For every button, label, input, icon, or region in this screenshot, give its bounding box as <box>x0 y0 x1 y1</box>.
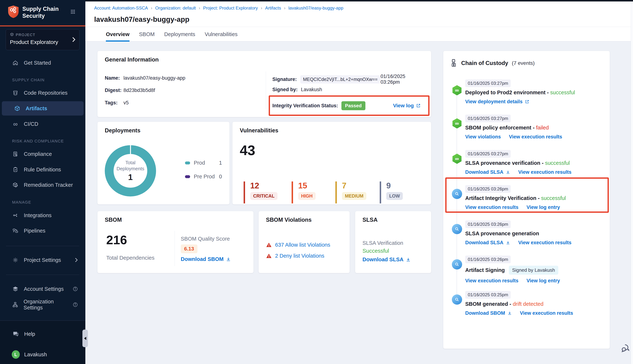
breadcrumb-artifacts[interactable]: Artifacts <box>265 6 281 10</box>
allow-list-violations-link[interactable]: 637 Allow list Violations <box>275 242 330 248</box>
sidebar-item-account-settings[interactable]: Account Settings <box>0 282 85 296</box>
sbom-quality-score: 6.13 <box>181 244 198 253</box>
sidebar-item-project-settings[interactable]: Project Settings <box>0 253 85 267</box>
view-execution-results-link[interactable]: View execution results <box>509 134 562 140</box>
view-log-entry-link[interactable]: View log entry <box>526 204 560 210</box>
view-log-entry-link[interactable]: View log entry <box>526 278 560 284</box>
download-slsa-link[interactable]: Download SLSA <box>362 256 411 262</box>
severity-low: 9 LOW <box>380 182 403 204</box>
event-status: successful <box>545 160 570 166</box>
layers-icon <box>12 286 19 292</box>
event-timestamp: 01/16/2025 03:27pm <box>465 150 511 158</box>
breadcrumb-project[interactable]: Project: Product Exploratory <box>203 6 258 10</box>
download-icon <box>506 240 510 245</box>
chain-event: 01/16/2025 03:26pm SLSA provenance gener… <box>465 220 606 246</box>
tab-deployments[interactable]: Deployments <box>164 27 195 42</box>
digest-label: Digest: <box>105 88 124 93</box>
signed-by-badge: Signed by Lavakush <box>509 266 558 275</box>
tab-overview[interactable]: Overview <box>106 27 130 42</box>
chat-support-icon[interactable] <box>620 343 631 354</box>
brand-accent-bar <box>0 26 85 26</box>
brand: Supply Chain Security <box>8 5 58 20</box>
scan-event-icon <box>452 259 462 270</box>
download-icon <box>226 257 231 262</box>
sbom-total: 216 <box>106 233 127 247</box>
sidebar-section-risk: RISK AND COMPLIANCE <box>12 139 64 144</box>
integrations-icon <box>12 212 19 218</box>
download-slsa-link[interactable]: Download SLSA <box>465 169 510 175</box>
tags-label: Tags: <box>105 100 124 106</box>
external-link-icon <box>416 103 421 108</box>
sidebar-item-compliance[interactable]: Compliance <box>0 147 85 161</box>
project-box-icon <box>10 32 14 37</box>
card-title: SBOM Violations <box>266 216 312 223</box>
slsa-verification-status: Successful <box>362 248 389 254</box>
deny-list-violations-link[interactable]: 2 Deny list Violations <box>275 253 324 259</box>
column-divider <box>266 72 266 109</box>
chain-event: 01/16/2025 03:26pm Artifact Integrity Ve… <box>465 185 606 210</box>
view-violations-link[interactable]: View violations <box>465 134 501 140</box>
sidebar-item-pipelines[interactable]: Pipelines <box>0 224 85 238</box>
sidebar-item-integrations[interactable]: Integrations <box>0 208 85 222</box>
sidebar-item-get-started[interactable]: Get Started <box>0 56 85 70</box>
view-execution-results-link[interactable]: View execution results <box>520 310 573 316</box>
sidebar-item-cicd[interactable]: ∞ CI/CD <box>0 117 85 131</box>
avatar: L <box>12 350 20 359</box>
signature-date: 01/16/2025 03:26pm <box>380 74 422 85</box>
scrollbar-track[interactable] <box>631 2 633 364</box>
home-icon <box>12 60 19 66</box>
sidebar-item-organization-settings[interactable]: Organization Settings <box>0 298 85 312</box>
view-execution-results-link[interactable]: View execution results <box>465 204 518 210</box>
info-icon <box>72 302 78 308</box>
download-icon <box>406 257 411 262</box>
project-selector[interactable]: PROJECT Product Exploratory <box>6 29 80 50</box>
sbom-total-label: Total Dependencies <box>106 255 154 261</box>
code-repo-icon <box>12 90 19 96</box>
document-icon <box>12 151 19 157</box>
slsa-card: SLSA SLSA Verification Successful Downlo… <box>355 211 431 273</box>
view-execution-results-link[interactable]: View execution results <box>518 169 572 175</box>
pipeline-event-icon: ∞ <box>452 118 462 128</box>
vulnerabilities-card: Vulnerabilities 43 12 CRITICAL 15 HIGH 7… <box>232 122 431 204</box>
view-execution-results-link[interactable]: View execution results <box>518 240 572 246</box>
signed-by-label: Signed by: <box>272 87 298 92</box>
sbom-violations-card: SBOM Violations 637 Allow list Violation… <box>258 211 350 273</box>
breadcrumb-current[interactable]: lavakush07/easy-buggy-app <box>288 6 343 10</box>
download-slsa-link[interactable]: Download SLSA <box>465 240 510 246</box>
download-sbom-link[interactable]: Download SBOM <box>465 310 512 316</box>
view-deployment-details-link[interactable]: View deployment details <box>465 99 529 104</box>
download-sbom-link[interactable]: Download SBOM <box>181 256 231 262</box>
tab-vulnerabilities[interactable]: Vulnerabilities <box>205 27 238 42</box>
event-timestamp: 01/16/2025 03:25pm <box>465 291 511 299</box>
shield-logo-icon <box>8 5 19 20</box>
main-content: General Information Name: lavakush07/eas… <box>85 42 633 364</box>
integrity-status-badge: Passed <box>342 101 366 110</box>
pre-prod-swatch <box>185 175 190 178</box>
event-title: SLSA provenance verification - successfu… <box>465 160 606 166</box>
help-button[interactable]: Help <box>0 328 85 340</box>
legend-item-prod: Prod 1 <box>185 160 222 166</box>
tab-sbom[interactable]: SBOM <box>139 27 154 42</box>
event-title: Deployed to Prod2 environment - successf… <box>465 90 606 96</box>
user-menu[interactable]: L Lavakush <box>0 348 85 361</box>
scan-event-icon <box>452 294 462 305</box>
sidebar-item-artifacts[interactable]: Artifacts <box>2 101 84 116</box>
sidebar-section-manage: MANAGE <box>12 200 31 205</box>
sidebar-item-rule-definitions[interactable]: Rule Definitions <box>0 162 85 177</box>
sidebar-item-remediation-tracker[interactable]: Remediation Tracker <box>0 178 85 192</box>
event-timestamp: 01/16/2025 03:26pm <box>465 256 511 263</box>
breadcrumb: Account: Automation-SSCA › Organization:… <box>94 6 344 10</box>
column-divider <box>174 231 175 266</box>
warning-icon <box>266 253 272 259</box>
view-execution-results-link[interactable]: View execution results <box>465 278 518 284</box>
artifact-tags: v5 <box>124 100 129 106</box>
sidebar-collapse-handle[interactable] <box>82 330 88 347</box>
user-name: Lavakush <box>24 352 47 358</box>
breadcrumb-account[interactable]: Account: Automation-SSCA <box>94 6 148 10</box>
sidebar-item-code-repositories[interactable]: Code Repositories <box>0 86 85 100</box>
breadcrumb-organization[interactable]: Organization: default <box>155 6 196 10</box>
module-grid-icon[interactable] <box>70 9 76 15</box>
view-log-link[interactable]: View log <box>393 103 421 108</box>
breadcrumb-separator: › <box>199 6 200 10</box>
event-title: Artifact Signing Signed by Lavakush <box>465 266 606 275</box>
